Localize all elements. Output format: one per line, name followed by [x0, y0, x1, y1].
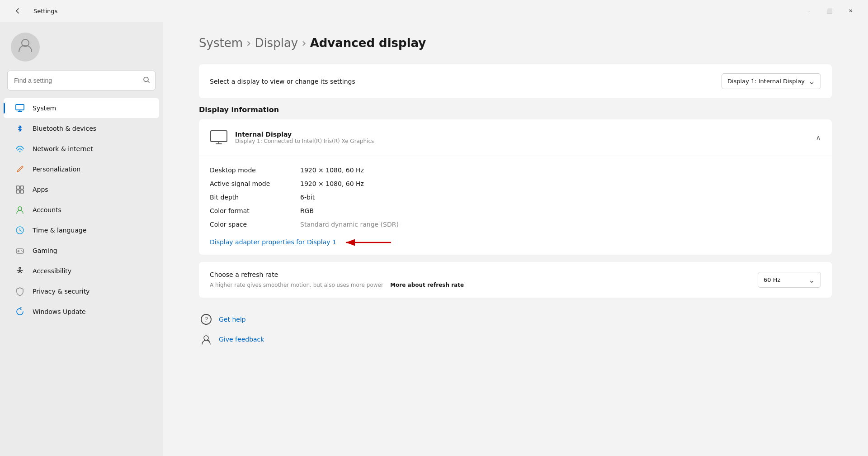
spec-row: Active signal mode 1920 × 1080, 60 Hz: [210, 177, 821, 190]
display-selector-card: Select a display to view or change its s…: [199, 64, 832, 98]
minimize-button[interactable]: −: [798, 4, 819, 18]
titlebar-left: Settings: [7, 4, 57, 18]
get-help-row[interactable]: ? Get help: [199, 312, 832, 327]
window-controls: − ⬜ ✕: [798, 4, 861, 18]
chevron-up-icon[interactable]: ∧: [816, 133, 821, 142]
display-title-group: Internal Display Display 1: Connected to…: [235, 131, 374, 144]
sidebar-item-personalization[interactable]: Personalization: [4, 159, 159, 179]
sidebar-item-gaming[interactable]: Gaming: [4, 241, 159, 261]
chevron-down-icon-refresh: ⌄: [808, 275, 815, 285]
monitor-icon: [210, 128, 228, 147]
svg-point-3: [19, 151, 21, 152]
spec-label: Color format: [210, 207, 300, 214]
sidebar-item-label-time: Time & language: [33, 227, 86, 234]
svg-rect-7: [20, 190, 24, 193]
display-selector-row: Select a display to view or change its s…: [210, 73, 821, 89]
breadcrumb-advanced: Advanced display: [310, 36, 426, 50]
update-icon: [14, 306, 25, 317]
system-icon: [14, 103, 25, 114]
refresh-rate-dropdown[interactable]: 60 Hz ⌄: [758, 272, 821, 288]
network-icon: [14, 143, 25, 154]
personalization-icon: [14, 164, 25, 175]
search-input[interactable]: [7, 71, 156, 90]
svg-rect-5: [20, 186, 24, 189]
app-title: Settings: [33, 8, 57, 14]
sidebar-item-time[interactable]: Time & language: [4, 220, 159, 240]
spec-value: 1920 × 1080, 60 Hz: [300, 180, 364, 187]
spec-label: Desktop mode: [210, 166, 300, 174]
app-container: System Bluetooth & devices Network & int…: [0, 22, 868, 456]
svg-point-13: [19, 267, 21, 269]
spec-row: Color space Standard dynamic range (SDR): [210, 218, 821, 231]
get-help-icon: ?: [199, 312, 213, 327]
svg-rect-4: [16, 186, 19, 189]
refresh-desc: A higher rate gives smoother motion, but…: [210, 282, 383, 288]
display-name: Internal Display: [235, 131, 374, 138]
avatar[interactable]: [11, 33, 40, 62]
sidebar-item-accessibility[interactable]: Accessibility: [4, 261, 159, 281]
svg-rect-6: [16, 190, 19, 193]
sidebar-item-label-personalization: Personalization: [33, 166, 80, 173]
get-help-link[interactable]: Get help: [219, 316, 246, 323]
gaming-icon: [14, 245, 25, 256]
profile-section: [0, 22, 163, 71]
refresh-rate-value: 60 Hz: [764, 276, 780, 283]
display-info-section-title: Display information: [199, 105, 832, 114]
more-about-refresh-link[interactable]: More about refresh rate: [390, 282, 464, 288]
bluetooth-icon: [14, 123, 25, 134]
spec-label: Color space: [210, 221, 300, 228]
sidebar-item-bluetooth[interactable]: Bluetooth & devices: [4, 119, 159, 138]
display-desc: Display 1: Connected to Intel(R) Iris(R)…: [235, 138, 374, 144]
titlebar: Settings − ⬜ ✕: [0, 0, 868, 22]
give-feedback-icon: [199, 332, 213, 347]
back-button[interactable]: [7, 4, 28, 18]
spec-row: Bit depth 6-bit: [210, 190, 821, 204]
apps-icon: [14, 184, 25, 195]
display-header-left: Internal Display Display 1: Connected to…: [210, 128, 374, 147]
privacy-icon: [14, 286, 25, 297]
display-specs: Desktop mode 1920 × 1080, 60 Hz Active s…: [199, 156, 832, 235]
display-selector-label: Select a display to view or change its s…: [210, 78, 355, 85]
spec-value: 6-bit: [300, 194, 315, 201]
accessibility-icon: [14, 266, 25, 276]
sidebar-item-accounts[interactable]: Accounts: [4, 200, 159, 220]
spec-label: Bit depth: [210, 194, 300, 201]
svg-text:?: ?: [205, 316, 208, 323]
adapter-link-text: Display adapter properties for Display 1: [210, 238, 336, 246]
give-feedback-row[interactable]: Give feedback: [199, 332, 832, 347]
sidebar-item-label-apps: Apps: [33, 186, 48, 193]
sidebar-item-system[interactable]: System: [4, 98, 159, 118]
sidebar-item-update[interactable]: Windows Update: [4, 302, 159, 322]
spec-row: Desktop mode 1920 × 1080, 60 Hz: [210, 163, 821, 177]
sidebar: System Bluetooth & devices Network & int…: [0, 22, 163, 456]
spec-value: 1920 × 1080, 60 Hz: [300, 166, 364, 174]
sidebar-item-network[interactable]: Network & internet: [4, 139, 159, 159]
adapter-link[interactable]: Display adapter properties for Display 1: [210, 235, 336, 253]
sidebar-item-label-accounts: Accounts: [33, 206, 61, 214]
display-selector-dropdown[interactable]: Display 1: Internal Display ⌄: [722, 73, 821, 89]
spec-label: Active signal mode: [210, 180, 300, 187]
close-button[interactable]: ✕: [840, 4, 861, 18]
display-selector-value: Display 1: Internal Display: [727, 78, 805, 85]
breadcrumb-display[interactable]: Display: [255, 36, 298, 50]
sidebar-item-apps[interactable]: Apps: [4, 180, 159, 200]
spec-row: Color format RGB: [210, 204, 821, 218]
maximize-button[interactable]: ⬜: [819, 4, 840, 18]
give-feedback-link[interactable]: Give feedback: [219, 336, 264, 343]
sidebar-nav: System Bluetooth & devices Network & int…: [0, 98, 163, 322]
accounts-icon: [14, 204, 25, 215]
person-icon: [17, 37, 33, 57]
time-icon: [14, 225, 25, 236]
refresh-title: Choose a refresh rate: [210, 271, 758, 278]
svg-point-8: [18, 207, 22, 210]
display-info-card: Internal Display Display 1: Connected to…: [199, 119, 832, 255]
search-box: [7, 71, 156, 90]
sidebar-item-label-gaming: Gaming: [33, 247, 57, 254]
svg-point-12: [22, 251, 23, 252]
display-header: Internal Display Display 1: Connected to…: [199, 119, 832, 156]
spec-value: RGB: [300, 207, 314, 214]
sidebar-item-label-bluetooth: Bluetooth & devices: [33, 125, 96, 132]
breadcrumb-system[interactable]: System: [199, 36, 243, 50]
sidebar-item-privacy[interactable]: Privacy & security: [4, 281, 159, 301]
main-content: System › Display › Advanced display Sele…: [163, 22, 868, 456]
